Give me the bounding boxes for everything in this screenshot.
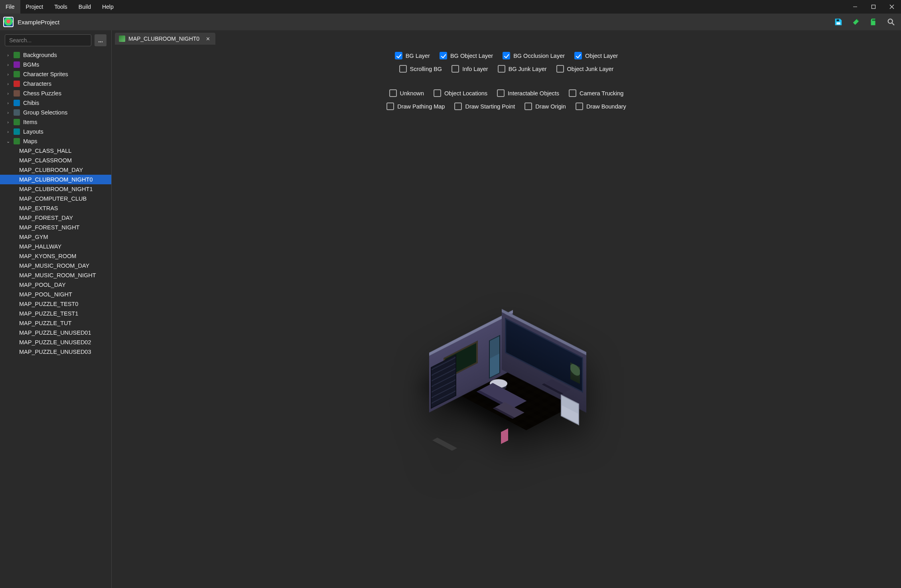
checkbox-camera-trucking[interactable]: Camera Trucking bbox=[569, 89, 623, 97]
window-minimize-button[interactable] bbox=[846, 0, 864, 14]
checkbox-box-icon bbox=[434, 89, 441, 97]
tree-folder-label: Maps bbox=[23, 138, 37, 144]
tree-folder-label: Items bbox=[23, 119, 37, 125]
search-more-button[interactable]: ... bbox=[95, 34, 106, 46]
tree-folder-bgms[interactable]: ›BGMs bbox=[0, 60, 111, 69]
tree-item-map_puzzle_test1[interactable]: MAP_PUZZLE_TEST1 bbox=[0, 309, 111, 318]
tree-item-map_kyons_room[interactable]: MAP_KYONS_ROOM bbox=[0, 251, 111, 261]
tree-item-map_puzzle_unused03[interactable]: MAP_PUZZLE_UNUSED03 bbox=[0, 347, 111, 357]
window-close-button[interactable] bbox=[883, 0, 901, 14]
tree-item-label: MAP_GYM bbox=[19, 234, 48, 240]
chevron-right-icon[interactable]: › bbox=[6, 62, 10, 67]
chevron-right-icon[interactable]: › bbox=[6, 101, 10, 105]
tree-item-map_pool_day[interactable]: MAP_POOL_DAY bbox=[0, 280, 111, 290]
tab-map[interactable]: MAP_CLUBROOM_NIGHT0 ✕ bbox=[115, 33, 215, 45]
tree-item-label: MAP_CLUBROOM_NIGHT0 bbox=[19, 176, 93, 183]
project-title: ExampleProject bbox=[18, 19, 59, 26]
editor-body: BG LayerBG Object LayerBG Occlusion Laye… bbox=[112, 45, 901, 588]
tree-item-map_music_room_night[interactable]: MAP_MUSIC_ROOM_NIGHT bbox=[0, 270, 111, 280]
checkbox-box-icon bbox=[451, 65, 459, 73]
folder-icon bbox=[14, 52, 20, 58]
tree-item-map_clubroom_night1[interactable]: MAP_CLUBROOM_NIGHT1 bbox=[0, 184, 111, 194]
tree-item-map_music_room_day[interactable]: MAP_MUSIC_ROOM_DAY bbox=[0, 261, 111, 270]
svg-rect-2 bbox=[836, 20, 839, 22]
menu-tools[interactable]: Tools bbox=[49, 0, 73, 14]
search-icon[interactable] bbox=[884, 15, 898, 29]
chevron-right-icon[interactable]: › bbox=[6, 91, 10, 96]
checkbox-bg-occlusion-layer[interactable]: BG Occlusion Layer bbox=[503, 52, 565, 59]
checkbox-bg-layer[interactable]: BG Layer bbox=[395, 52, 430, 59]
checkbox-draw-starting-point[interactable]: Draw Starting Point bbox=[454, 103, 515, 110]
chevron-right-icon[interactable]: › bbox=[6, 72, 10, 77]
menu-help[interactable]: Help bbox=[97, 0, 119, 14]
tree-folder-label: Group Selections bbox=[23, 109, 67, 116]
checkbox-info-layer[interactable]: Info Layer bbox=[451, 65, 488, 73]
tree-item-map_extras[interactable]: MAP_EXTRAS bbox=[0, 203, 111, 213]
tree-item-map_hallway[interactable]: MAP_HALLWAY bbox=[0, 242, 111, 251]
checkbox-object-layer[interactable]: Object Layer bbox=[574, 52, 618, 59]
tree-item-label: MAP_FOREST_NIGHT bbox=[19, 224, 79, 231]
checkbox-label: Interactable Objects bbox=[508, 90, 559, 97]
chevron-right-icon[interactable]: › bbox=[6, 120, 10, 124]
checkbox-draw-origin[interactable]: Draw Origin bbox=[524, 103, 566, 110]
menu-project[interactable]: Project bbox=[20, 0, 49, 14]
tree-folder-chess-puzzles[interactable]: ›Chess Puzzles bbox=[0, 89, 111, 98]
folder-icon bbox=[14, 61, 20, 68]
tree-item-map_computer_club[interactable]: MAP_COMPUTER_CLUB bbox=[0, 194, 111, 203]
tree-folder-backgrounds[interactable]: ›Backgrounds bbox=[0, 50, 111, 60]
tree-folder-chibis[interactable]: ›Chibis bbox=[0, 98, 111, 108]
tree-item-map_puzzle_tut[interactable]: MAP_PUZZLE_TUT bbox=[0, 318, 111, 328]
chevron-right-icon[interactable]: › bbox=[6, 53, 10, 57]
checkbox-scrolling-bg[interactable]: Scrolling BG bbox=[399, 65, 442, 73]
menu-file[interactable]: File bbox=[0, 0, 20, 14]
tree-item-map_forest_day[interactable]: MAP_FOREST_DAY bbox=[0, 213, 111, 223]
tree-item-map_puzzle_test0[interactable]: MAP_PUZZLE_TEST0 bbox=[0, 299, 111, 309]
tree-folder-characters[interactable]: ›Characters bbox=[0, 79, 111, 89]
tree-folder-character-sprites[interactable]: ›Character Sprites bbox=[0, 69, 111, 79]
tree-folder-maps[interactable]: ⌄Maps bbox=[0, 136, 111, 146]
tree-item-map_classroom[interactable]: MAP_CLASSROOM bbox=[0, 156, 111, 165]
checkbox-bg-junk-layer[interactable]: BG Junk Layer bbox=[498, 65, 547, 73]
map-canvas[interactable] bbox=[419, 314, 594, 445]
asset-tree[interactable]: ›Backgrounds›BGMs›Character Sprites›Char… bbox=[0, 50, 111, 588]
sd-card-icon[interactable] bbox=[867, 15, 880, 29]
tree-folder-items[interactable]: ›Items bbox=[0, 117, 111, 127]
menu-build[interactable]: Build bbox=[73, 0, 97, 14]
checkbox-bg-object-layer[interactable]: BG Object Layer bbox=[440, 52, 493, 59]
tree-item-map_gym[interactable]: MAP_GYM bbox=[0, 232, 111, 242]
chevron-down-icon[interactable]: ⌄ bbox=[6, 139, 10, 144]
editor-pane: MAP_CLUBROOM_NIGHT0 ✕ BG LayerBG Object … bbox=[112, 30, 901, 588]
checkbox-label: Object Layer bbox=[585, 53, 618, 59]
checkbox-object-locations[interactable]: Object Locations bbox=[434, 89, 487, 97]
save-icon[interactable] bbox=[832, 15, 845, 29]
tree-item-map_clubroom_night0[interactable]: MAP_CLUBROOM_NIGHT0 bbox=[0, 175, 111, 184]
tree-folder-label: Character Sprites bbox=[23, 71, 68, 77]
chevron-right-icon[interactable]: › bbox=[6, 81, 10, 86]
checkbox-object-junk-layer[interactable]: Object Junk Layer bbox=[556, 65, 614, 73]
checkbox-label: Draw Pathing Map bbox=[397, 103, 445, 110]
checkbox-unknown[interactable]: Unknown bbox=[389, 89, 424, 97]
checkbox-draw-pathing-map[interactable]: Draw Pathing Map bbox=[386, 103, 445, 110]
tree-item-map_clubroom_day[interactable]: MAP_CLUBROOM_DAY bbox=[0, 165, 111, 175]
chevron-right-icon[interactable]: › bbox=[6, 129, 10, 134]
tree-item-map_forest_night[interactable]: MAP_FOREST_NIGHT bbox=[0, 223, 111, 232]
tab-close-icon[interactable]: ✕ bbox=[204, 35, 211, 42]
tree-folder-label: Chibis bbox=[23, 100, 39, 106]
checkbox-draw-boundary[interactable]: Draw Boundary bbox=[576, 103, 626, 110]
build-arrow-icon[interactable] bbox=[849, 15, 863, 29]
tree-folder-group-selections[interactable]: ›Group Selections bbox=[0, 108, 111, 117]
tree-item-map_puzzle_unused02[interactable]: MAP_PUZZLE_UNUSED02 bbox=[0, 337, 111, 347]
checkbox-label: Draw Boundary bbox=[586, 103, 626, 110]
tree-item-map_pool_night[interactable]: MAP_POOL_NIGHT bbox=[0, 290, 111, 299]
project-logo-icon bbox=[3, 17, 14, 27]
window-maximize-button[interactable] bbox=[864, 0, 883, 14]
tree-folder-layouts[interactable]: ›Layouts bbox=[0, 127, 111, 136]
tree-item-map_class_hall[interactable]: MAP_CLASS_HALL bbox=[0, 146, 111, 156]
checkbox-box-icon bbox=[556, 65, 564, 73]
checkbox-box-icon bbox=[498, 65, 505, 73]
checkbox-label: BG Occlusion Layer bbox=[513, 53, 565, 59]
search-input[interactable] bbox=[5, 34, 91, 46]
chevron-right-icon[interactable]: › bbox=[6, 110, 10, 115]
checkbox-interactable-objects[interactable]: Interactable Objects bbox=[497, 89, 559, 97]
tree-item-map_puzzle_unused01[interactable]: MAP_PUZZLE_UNUSED01 bbox=[0, 328, 111, 337]
